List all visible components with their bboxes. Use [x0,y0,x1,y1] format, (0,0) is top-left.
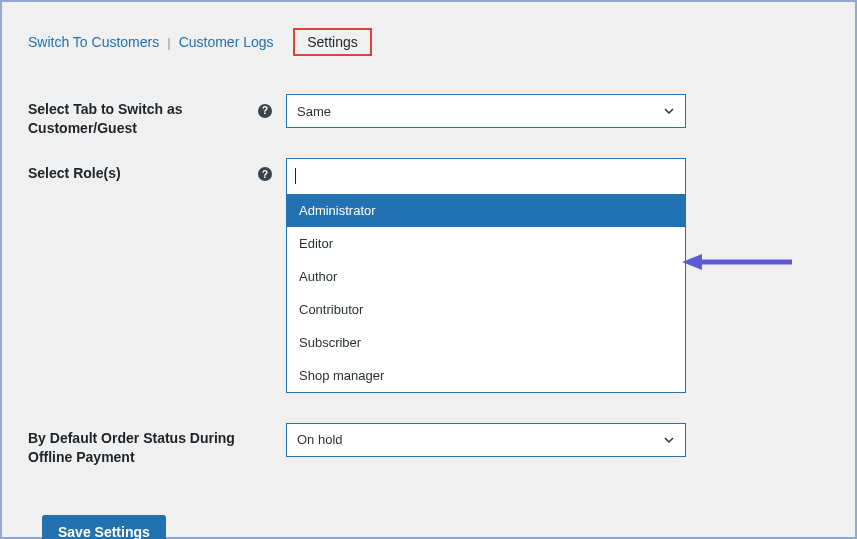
row-select-roles: Select Role(s) ? Administrator Editor Au… [28,158,829,393]
roles-combobox[interactable]: Administrator Editor Author Contributor … [286,158,686,393]
select-tab-dropdown[interactable]: Same [286,94,686,128]
help-icon[interactable]: ? [258,167,272,181]
chevron-down-icon [663,105,675,117]
help-icon[interactable]: ? [258,104,272,118]
role-option-contributor[interactable]: Contributor [287,293,685,326]
outer-frame: Switch To Customers | Customer Logs Sett… [0,0,857,539]
tab-separator [282,35,286,50]
chevron-down-icon [663,434,675,446]
text-caret [295,168,296,184]
row-select-tab: Select Tab to Switch as Customer/Guest ?… [28,94,829,138]
tab-settings[interactable]: Settings [293,28,372,56]
roles-option-list: Administrator Editor Author Contributor … [287,193,685,392]
settings-panel: Switch To Customers | Customer Logs Sett… [10,10,847,529]
default-status-value: On hold [297,432,343,447]
save-button[interactable]: Save Settings [42,515,166,539]
tab-bar: Switch To Customers | Customer Logs Sett… [28,28,829,56]
tab-separator: | [167,35,170,50]
role-option-subscriber[interactable]: Subscriber [287,326,685,359]
label-select-roles: Select Role(s) [28,158,258,183]
help-col [258,423,286,431]
role-option-shop-manager[interactable]: Shop manager [287,359,685,392]
label-default-status: By Default Order Status During Offline P… [28,423,258,467]
tab-customer-logs[interactable]: Customer Logs [179,34,274,50]
role-option-administrator[interactable]: Administrator [287,194,685,227]
help-col: ? [258,158,286,182]
roles-input[interactable] [287,159,685,193]
select-tab-value: Same [297,104,331,119]
help-col: ? [258,94,286,118]
label-select-tab: Select Tab to Switch as Customer/Guest [28,94,258,138]
role-option-editor[interactable]: Editor [287,227,685,260]
row-default-status: By Default Order Status During Offline P… [28,423,829,467]
default-status-dropdown[interactable]: On hold [286,423,686,457]
role-option-author[interactable]: Author [287,260,685,293]
tab-switch-customers[interactable]: Switch To Customers [28,34,159,50]
